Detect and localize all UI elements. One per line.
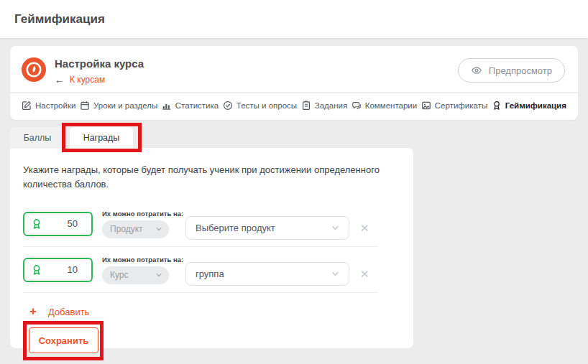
nav-label: Тесты и опросы xyxy=(236,101,297,110)
points-input[interactable]: 10 xyxy=(23,258,93,282)
tasks-icon xyxy=(301,101,311,111)
eye-icon xyxy=(471,65,482,76)
add-reward-button[interactable]: + Добавить xyxy=(29,304,89,319)
medal-icon xyxy=(492,101,502,111)
nav-label: Статистика xyxy=(175,101,219,110)
chevron-down-icon xyxy=(331,270,339,278)
nav-item-statistics[interactable]: Статистика xyxy=(162,101,219,111)
chevron-down-icon xyxy=(155,271,162,279)
page-title: Геймификация xyxy=(14,12,105,27)
tab-rewards-label: Награды xyxy=(83,133,120,143)
reward-row: 10 Их можно потратить на: Курс группа ✕ xyxy=(23,247,378,293)
nav-label: Настройки xyxy=(35,101,75,110)
preview-button[interactable]: Предпросмотр xyxy=(458,58,565,83)
spend-label: Их можно потратить на: xyxy=(102,210,173,218)
nav-item-lessons[interactable]: Уроки и разделы xyxy=(80,101,157,111)
nav-label: Уроки и разделы xyxy=(93,101,157,110)
save-button[interactable]: Сохранить xyxy=(29,327,98,353)
tab-rewards[interactable]: Награды xyxy=(70,127,133,149)
target-select[interactable]: Выберите продукт xyxy=(185,216,349,240)
reward-row: 50 Их можно потратить на: Продукт Выбери… xyxy=(23,201,378,247)
course-nav: Настройки Уроки и разделы Статистика Тес… xyxy=(10,92,578,120)
nav-label: Геймификация xyxy=(505,101,566,110)
target-select[interactable]: группа xyxy=(185,262,349,286)
back-arrow-icon: ← xyxy=(55,75,65,85)
rewards-tabs: Баллы Награды xyxy=(10,127,133,149)
target-select-value: группа xyxy=(196,269,224,279)
course-logo xyxy=(22,57,46,82)
course-card: Настройка курса ← К курсам Предпросмотр … xyxy=(10,46,578,120)
remove-row-icon[interactable]: ✕ xyxy=(360,268,369,281)
points-input[interactable]: 50 xyxy=(23,212,93,236)
tab-points[interactable]: Баллы xyxy=(10,127,65,149)
nav-item-certificates[interactable]: Сертификаты xyxy=(421,101,487,111)
check-circle-icon xyxy=(223,101,233,111)
nav-label: Сертификаты xyxy=(435,101,487,110)
nav-item-comments[interactable]: Комментарии xyxy=(352,101,417,111)
nav-item-settings[interactable]: Настройки xyxy=(22,101,75,111)
points-value: 50 xyxy=(68,218,78,229)
edit-icon xyxy=(22,101,32,111)
course-card-header: Настройка курса ← К курсам Предпросмотр xyxy=(10,46,578,92)
preview-button-label: Предпросмотр xyxy=(489,65,552,76)
bar-chart-icon xyxy=(162,101,172,111)
comments-icon xyxy=(352,101,362,111)
spend-type-value: Продукт xyxy=(110,224,143,234)
nav-label: Комментарии xyxy=(365,101,417,110)
back-to-courses-link[interactable]: ← К курсам xyxy=(55,75,144,85)
medal-icon xyxy=(31,218,42,230)
nav-item-tasks[interactable]: Задания xyxy=(301,101,347,111)
calendar-icon xyxy=(80,101,90,111)
remove-row-icon[interactable]: ✕ xyxy=(360,222,369,235)
spend-type-value: Курс xyxy=(110,270,129,280)
plus-icon: + xyxy=(29,304,37,319)
rewards-description: Укажите награды, которые будет получать … xyxy=(23,163,394,192)
reward-rows: 50 Их можно потратить на: Продукт Выбери… xyxy=(23,201,400,293)
course-title: Настройка курса xyxy=(55,55,144,70)
top-bar: Геймификация xyxy=(0,0,588,38)
spend-type-select[interactable]: Курс xyxy=(102,266,169,284)
rewards-panel: Укажите награды, которые будет получать … xyxy=(10,148,413,348)
points-value: 10 xyxy=(68,264,78,275)
medal-icon xyxy=(31,264,42,276)
spend-type-select[interactable]: Продукт xyxy=(102,220,169,238)
back-link-label: К курсам xyxy=(70,75,105,85)
nav-item-tests[interactable]: Тесты и опросы xyxy=(223,101,297,111)
nav-label: Задания xyxy=(315,101,347,110)
spend-label: Их можно потратить на: xyxy=(102,256,173,263)
target-select-value: Выберите продукт xyxy=(196,223,275,233)
add-reward-label: Добавить xyxy=(48,307,89,317)
chevron-down-icon xyxy=(155,225,162,233)
certificate-icon xyxy=(421,101,431,111)
chevron-down-icon xyxy=(331,224,339,232)
nav-item-gamification[interactable]: Геймификация xyxy=(492,101,566,111)
